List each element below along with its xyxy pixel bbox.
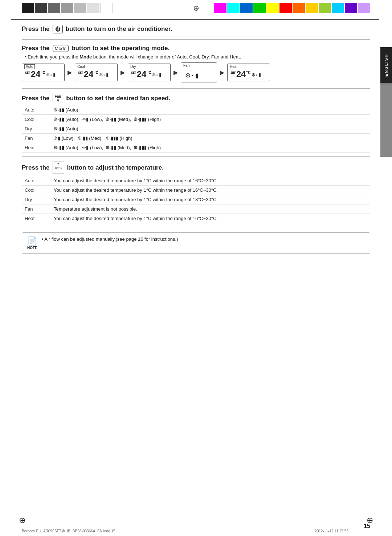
- lcd-fan: Fan ❄·▮: [181, 62, 217, 82]
- color-bar-top: ⊕: [22, 3, 370, 13]
- cool-set-label: SET: [78, 71, 83, 75]
- swatch-r12: [358, 3, 370, 13]
- auto-fan-icon: ❄·▮: [46, 71, 56, 78]
- temp-desc-heat: You can adjust the desired temperature b…: [51, 214, 370, 223]
- press-the-label-temp: Press the: [22, 164, 50, 171]
- swatch-r10: [332, 3, 344, 13]
- fan-icon-auto-1: ❊: [54, 107, 58, 113]
- fan-mode-heat: Heat: [22, 143, 51, 153]
- fan-btn-top: Fan: [55, 94, 61, 98]
- fan-icon-heat-2: ❊: [82, 145, 86, 150]
- cool-temp: 24: [83, 70, 93, 80]
- fan-speeds-heat: ❊·▮▮ (Auto), ❊▮ (Low), ❊·▮▮ (Med), ❊·▮▮▮…: [51, 143, 370, 153]
- swatch-r8: [306, 3, 318, 13]
- lcd-auto: Auto SET 24 °C ❄·▮: [22, 64, 65, 81]
- footer-date: 2012-11-12 11:25:58: [315, 529, 348, 533]
- temp-desc-dry: You can adjust the desired temperature b…: [51, 195, 370, 204]
- fan-mode-cool: Cool: [22, 115, 51, 124]
- compass-center-icon: ⊕: [193, 4, 199, 12]
- fan-row-cool: Cool ❊·▮▮ (Auto), ❊▮ (Low), ❊·▮▮ (Med), …: [22, 115, 370, 124]
- fan-mode-label: Fan: [183, 64, 189, 68]
- fan-suffix: button to set the desired fan speed.: [66, 95, 170, 102]
- temp-section: Press the + Temp − button to adjust the …: [22, 162, 370, 227]
- dry-mode-label: Dry: [130, 65, 136, 69]
- swatch-5: [74, 3, 86, 13]
- fan-btn-bottom: ∨: [57, 98, 59, 102]
- heat-temp-unit: °C: [246, 70, 250, 76]
- main-content: Press the ⏻ button to turn on the air co…: [22, 22, 370, 514]
- temp-button-icon[interactable]: + Temp −: [53, 162, 64, 174]
- english-sidebar-label: ENGLISH: [380, 47, 392, 84]
- cool-lcd-main: SET 24 °C ❄·▮: [78, 70, 114, 80]
- lcd-dry: Dry SET 24 °C ❄·▮: [128, 64, 171, 81]
- note-doc-icon: 📄: [27, 236, 37, 245]
- temp-btn-label: Temp: [54, 166, 62, 170]
- swatch-r4: [253, 3, 266, 13]
- fan-icon-fan-2: ❊: [77, 135, 81, 141]
- temp-mode-cool: Cool: [22, 186, 51, 195]
- fan-icon-cool-2: ❊: [82, 117, 86, 122]
- fan-mode-dry: Dry: [22, 124, 51, 134]
- fan-row-auto: Auto ❊·▮▮ (Auto): [22, 105, 370, 115]
- auto-mode-label: Auto: [24, 65, 35, 69]
- dry-lcd-main: SET 24 °C ❄·▮: [131, 70, 167, 80]
- fan-speeds-fan: ❊▮ (Low), ❊·▮▮ (Med), ❊·▮▮▮ (High): [51, 134, 370, 143]
- fan-icon-cool-3: ❊: [106, 117, 110, 122]
- heat-temp: 24: [236, 70, 246, 80]
- color-bar-right: [214, 3, 370, 13]
- temp-btn-plus: +: [57, 162, 59, 166]
- cool-fan-icon: ❄·▮: [99, 71, 109, 78]
- temp-row-dry: Dry You can adjust the desired temperatu…: [22, 195, 370, 204]
- dry-set-label: SET: [131, 71, 136, 75]
- lcd-cool: Cool SET 24 °C ❄·▮: [75, 64, 118, 81]
- fan-icon-heat-3: ❊: [106, 145, 110, 150]
- arrow-4: ▶: [220, 69, 224, 76]
- swatch-r6: [279, 3, 292, 13]
- auto-lcd-main: SET 24 °C ❄·▮: [25, 70, 61, 80]
- swatch-1: [22, 3, 34, 13]
- power-button-icon: ⏻: [53, 25, 63, 33]
- fan-section-title: Press the Fan ∨ button to set the desire…: [22, 94, 370, 103]
- fan-only-icon: ❄·▮: [185, 71, 199, 81]
- cool-temp-unit: °C: [93, 70, 98, 76]
- fan-speed-table: Auto ❊·▮▮ (Auto) Cool ❊·▮▮ (Auto), ❊▮ (L…: [22, 105, 370, 153]
- swatch-r2: [227, 3, 240, 13]
- note-box: 📄 NOTE • Air flow can be adjusted manual…: [22, 232, 370, 254]
- temp-desc-auto: You can adjust the desired temperature b…: [51, 176, 370, 186]
- swatch-r1: [214, 3, 226, 13]
- temp-row-fan: Fan Temperature adjustment is not possib…: [22, 204, 370, 214]
- fan-icon-dry-1: ❊: [54, 126, 58, 131]
- temp-desc-cool: You can adjust the desired temperature b…: [51, 186, 370, 195]
- bottom-rule: [11, 517, 379, 517]
- fan-row-fan: Fan ❊▮ (Low), ❊·▮▮ (Med), ❊·▮▮▮ (High): [22, 134, 370, 143]
- swatch-r11: [345, 3, 357, 13]
- auto-temp: 24: [30, 70, 40, 80]
- heat-mode-label: Heat: [230, 65, 237, 69]
- auto-temp-unit: °C: [40, 70, 45, 76]
- footer-file-info: Boracay EU_AR09FSFT@_IB_DB68-03366A_EN.i…: [22, 529, 115, 533]
- power-section-title: Press the ⏻ button to turn on the air co…: [22, 25, 370, 33]
- mode-section-title: Press the Mode button to set the operati…: [22, 45, 370, 52]
- temp-row-cool: Cool You can adjust the desired temperat…: [22, 186, 370, 195]
- swatch-4: [61, 3, 73, 13]
- temp-row-heat: Heat You can adjust the desired temperat…: [22, 214, 370, 223]
- lcd-heat: Heat SET 24 °C ❄·▮: [227, 64, 270, 81]
- fan-icon-fan-3: ❊: [105, 135, 109, 141]
- mode-button-icon[interactable]: Mode: [53, 45, 69, 52]
- fan-icon-fan-1: ❊: [54, 135, 58, 141]
- temp-btn-minus: −: [57, 170, 59, 174]
- note-icon-wrap: 📄 NOTE: [27, 236, 37, 250]
- dry-temp-unit: °C: [146, 70, 151, 76]
- dry-fan-icon: ❄·▮: [152, 71, 162, 78]
- press-the-label-power: Press the: [22, 25, 50, 33]
- temp-section-title: Press the + Temp − button to adjust the …: [22, 162, 370, 174]
- auto-label-box: Auto: [24, 64, 35, 69]
- fan-speeds-dry: ❊·▮▮ (Auto): [51, 124, 370, 134]
- swatch-2: [35, 3, 47, 13]
- swatch-r5: [266, 3, 279, 13]
- fan-button-icon[interactable]: Fan ∨: [53, 94, 64, 103]
- fan-icon-cool-4: ❊: [134, 117, 138, 122]
- fan-icon-cool-1: ❊: [54, 117, 58, 122]
- mode-bullet-note: • Each time you press the Mode button, t…: [25, 54, 370, 60]
- fan-icon-heat-1: ❊: [54, 145, 58, 150]
